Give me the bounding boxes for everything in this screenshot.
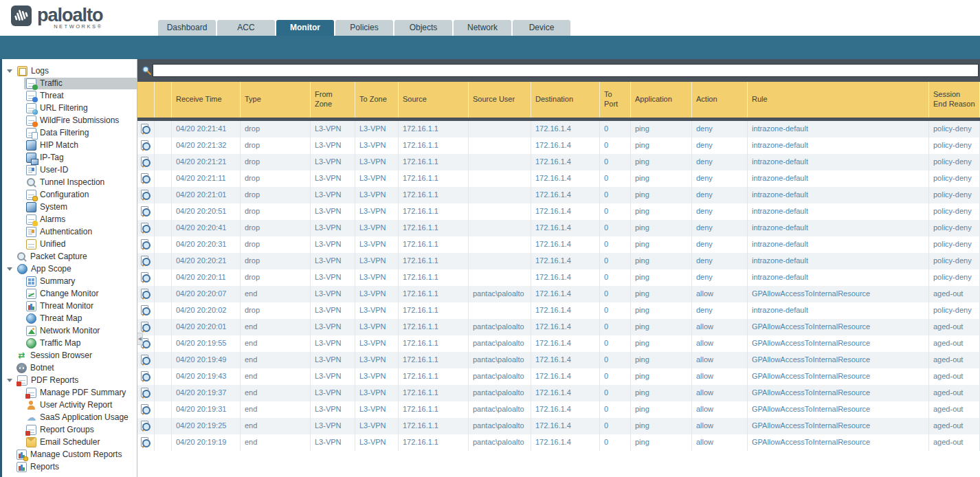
sidebar-item-threat-map[interactable]: Threat Map [2, 312, 137, 324]
column-header-source[interactable]: Source [399, 82, 469, 118]
sidebar-item-session-browser[interactable]: Session Browser [2, 349, 137, 362]
log-detail-icon[interactable] [140, 437, 151, 448]
column-header-action[interactable]: Action [692, 82, 748, 118]
sidebar-item-manage-custom-reports[interactable]: Manage Custom Reports [2, 448, 137, 461]
table-row[interactable]: 04/20 20:19:43 end L3-VPN L3-VPN 172.16.… [137, 368, 980, 385]
sidebar-item-botnet[interactable]: Botnet [2, 362, 137, 374]
log-detail-icon[interactable] [140, 256, 151, 267]
column-header-type[interactable]: Type [241, 82, 311, 118]
column-header-application[interactable]: Application [631, 82, 692, 118]
sidebar-item-url-filtering[interactable]: URL Filtering [2, 102, 137, 114]
table-row[interactable]: 04/20 20:20:11 drop L3-VPN L3-VPN 172.16… [137, 269, 980, 286]
sidebar-item-pdf-reports[interactable]: PDF Reports [2, 374, 137, 386]
table-row[interactable]: 04/20 20:20:51 drop L3-VPN L3-VPN 172.16… [137, 203, 980, 220]
column-header-from-zone[interactable]: From Zone [311, 82, 355, 118]
log-detail-icon[interactable] [140, 371, 151, 382]
log-detail-icon[interactable] [140, 388, 151, 399]
sidebar-item-unified[interactable]: Unified [2, 238, 137, 250]
sidebar-item-alarms[interactable]: Alarms [2, 213, 137, 225]
column-header-to-zone[interactable]: To Zone [355, 82, 399, 118]
table-row[interactable]: 04/20 20:20:02 drop L3-VPN L3-VPN 172.16… [137, 302, 980, 319]
sidebar-item-user-id[interactable]: User-ID [2, 164, 137, 176]
sidebar-item-data-filtering[interactable]: Data Filtering [2, 126, 137, 139]
table-row[interactable]: 04/20 20:21:41 drop L3-VPN L3-VPN 172.16… [137, 121, 980, 137]
log-detail-icon[interactable] [140, 239, 151, 250]
sidebar-item-summary[interactable]: Summary [2, 275, 137, 287]
log-detail-icon[interactable] [140, 124, 151, 135]
column-header-session-end-reason[interactable]: Session End Reason [929, 82, 980, 118]
column-header-to-port[interactable]: To Port [600, 82, 631, 118]
log-detail-icon[interactable] [140, 322, 151, 333]
table-row[interactable]: 04/20 20:19:31 end L3-VPN L3-VPN 172.16.… [137, 401, 980, 418]
tab-network[interactable]: Network [454, 20, 511, 36]
column-header-receive-time[interactable]: Receive Time [172, 82, 241, 118]
expander-down-icon[interactable] [7, 267, 12, 271]
sidebar-item-saas-application-usage[interactable]: SaaS Application Usage [2, 411, 137, 423]
sidebar-item-system[interactable]: System [2, 201, 137, 213]
column-header-source-user[interactable]: Source User [469, 82, 531, 118]
column-header-rule[interactable]: Rule [748, 82, 929, 118]
cell-session-end-reason: policy-deny [929, 220, 980, 236]
tab-acc[interactable]: ACC [217, 20, 275, 36]
expander-down-icon[interactable] [7, 69, 12, 73]
sidebar-item-hip-match[interactable]: HIP Match [2, 139, 137, 151]
log-detail-icon[interactable] [140, 272, 151, 283]
sidebar-item-configuration[interactable]: Configuration [2, 188, 137, 201]
sidebar-item-app-scope[interactable]: App Scope [2, 263, 137, 275]
log-detail-icon[interactable] [140, 355, 151, 366]
log-detail-icon[interactable] [140, 157, 151, 168]
expander-down-icon[interactable] [7, 379, 12, 382]
cell-to-port: 0 [600, 269, 631, 286]
table-row[interactable]: 04/20 20:19:25 end L3-VPN L3-VPN 172.16.… [137, 418, 980, 434]
log-detail-icon[interactable] [140, 305, 151, 316]
sidebar-item-network-monitor[interactable]: Network Monitor [2, 324, 137, 337]
table-row[interactable]: 04/20 20:21:21 drop L3-VPN L3-VPN 172.16… [137, 154, 980, 170]
log-detail-icon[interactable] [140, 190, 151, 201]
sidebar-item-tunnel-inspection[interactable]: Tunnel Inspection [2, 176, 137, 188]
table-row[interactable]: 04/20 20:20:41 drop L3-VPN L3-VPN 172.16… [137, 220, 980, 236]
tab-monitor[interactable]: Monitor [276, 20, 334, 36]
tab-device[interactable]: Device [513, 20, 570, 36]
log-detail-icon[interactable] [140, 289, 151, 300]
tab-objects[interactable]: Objects [394, 20, 452, 36]
log-filter-input[interactable] [153, 64, 979, 77]
sidebar-item-wildfire-submissions[interactable]: WildFire Submissions [2, 114, 137, 126]
sidebar-item-report-groups[interactable]: Report Groups [2, 423, 137, 436]
log-detail-icon[interactable] [140, 421, 151, 432]
sidebar-item-threat[interactable]: Threat [2, 89, 137, 102]
log-detail-icon[interactable] [140, 223, 151, 234]
log-detail-icon[interactable] [140, 140, 151, 151]
sidebar-item-email-scheduler[interactable]: Email Scheduler [2, 436, 137, 448]
log-detail-icon[interactable] [140, 173, 151, 184]
sidebar-item-ip-tag[interactable]: IP-Tag [2, 151, 137, 164]
table-row[interactable]: 04/20 20:19:19 end L3-VPN L3-VPN 172.16.… [137, 434, 980, 451]
log-detail-icon[interactable] [140, 404, 151, 415]
table-row[interactable]: 04/20 20:21:01 drop L3-VPN L3-VPN 172.16… [137, 187, 980, 203]
sidebar-item-traffic[interactable]: Traffic [2, 77, 137, 89]
column-header-destination[interactable]: Destination [531, 82, 600, 118]
table-row[interactable]: 04/20 20:20:31 drop L3-VPN L3-VPN 172.16… [137, 236, 980, 253]
table-row[interactable]: 04/20 20:20:01 end L3-VPN L3-VPN 172.16.… [137, 319, 980, 335]
table-row[interactable]: 04/20 20:20:07 end L3-VPN L3-VPN 172.16.… [137, 286, 980, 302]
log-detail-icon[interactable] [140, 206, 151, 217]
sidebar-item-threat-monitor[interactable]: Threat Monitor [2, 300, 137, 312]
table-row[interactable]: 04/20 20:19:49 end L3-VPN L3-VPN 172.16.… [137, 352, 980, 368]
sidebar-item-packet-capture[interactable]: Packet Capture [2, 250, 137, 263]
sidebar-item-change-monitor[interactable]: Change Monitor [2, 287, 137, 300]
sidebar-item-logs[interactable]: Logs [2, 65, 137, 77]
sidebar-item-traffic-map[interactable]: Traffic Map [2, 337, 137, 349]
table-row[interactable]: 04/20 20:20:21 drop L3-VPN L3-VPN 172.16… [137, 253, 980, 269]
cell-rule: GPAllowAccessToInternalResource [748, 385, 929, 401]
sidebar-item-user-activity-report[interactable]: User Activity Report [2, 399, 137, 411]
sidebar-item-authentication[interactable]: Authentication [2, 225, 137, 238]
table-row[interactable]: 04/20 20:19:37 end L3-VPN L3-VPN 172.16.… [137, 385, 980, 401]
sidebar-item-reports[interactable]: Reports [2, 461, 137, 473]
table-row[interactable]: 04/20 20:19:55 end L3-VPN L3-VPN 172.16.… [137, 335, 980, 352]
table-row[interactable]: 04/20 20:21:32 drop L3-VPN L3-VPN 172.16… [137, 137, 980, 154]
sidebar-collapse-handle[interactable]: ◀ [137, 333, 143, 345]
table-row[interactable]: 04/20 20:21:11 drop L3-VPN L3-VPN 172.16… [137, 170, 980, 187]
summary-icon [26, 276, 36, 287]
sidebar-item-manage-pdf-summary[interactable]: Manage PDF Summary [2, 386, 137, 399]
tab-policies[interactable]: Policies [335, 20, 393, 36]
tab-dashboard[interactable]: Dashboard [158, 20, 216, 36]
